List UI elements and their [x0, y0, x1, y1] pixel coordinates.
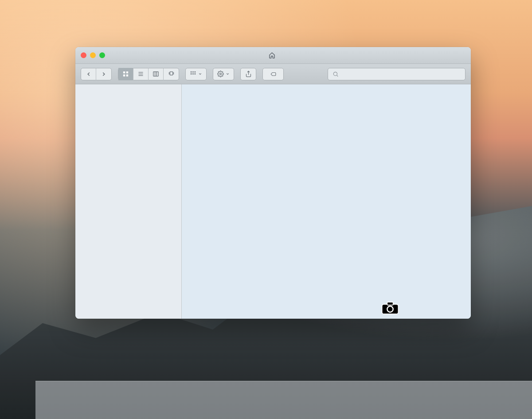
arrange-icon: [190, 71, 196, 77]
svg-point-19: [220, 73, 222, 75]
window-body: [75, 84, 471, 319]
svg-line-22: [337, 75, 338, 76]
icon-view-button[interactable]: [118, 68, 133, 80]
coverflow-view-button[interactable]: [164, 68, 179, 80]
search-field[interactable]: [328, 68, 466, 80]
svg-rect-2: [123, 75, 125, 76]
toolbar: [75, 64, 471, 84]
nav-buttons: [81, 68, 112, 80]
favorites-header: [75, 89, 181, 93]
list-view-button[interactable]: [133, 68, 149, 80]
chevron-down-icon: [198, 72, 202, 76]
forward-button[interactable]: [96, 68, 111, 80]
svg-rect-10: [170, 72, 172, 75]
gear-icon: [217, 71, 224, 77]
svg-rect-17: [192, 73, 194, 75]
column-view-button[interactable]: [149, 68, 164, 80]
dock: [35, 381, 532, 419]
desktop-wallpaper: [0, 0, 532, 419]
arrange-menu[interactable]: [185, 68, 207, 80]
columns-icon: [153, 71, 159, 77]
svg-rect-1: [126, 71, 128, 73]
tags-button[interactable]: [262, 68, 284, 80]
minimize-button[interactable]: [90, 52, 96, 58]
action-menu[interactable]: [213, 68, 234, 80]
svg-rect-24: [387, 302, 393, 305]
grid-icon: [122, 71, 129, 77]
svg-rect-15: [195, 71, 196, 73]
svg-point-21: [333, 72, 337, 75]
home-icon: [269, 52, 275, 59]
titlebar[interactable]: [75, 47, 471, 64]
share-button[interactable]: [240, 68, 256, 80]
tag-icon: [269, 71, 277, 77]
svg-rect-7: [153, 72, 158, 76]
search-icon: [332, 71, 339, 77]
list-icon: [137, 71, 144, 77]
view-mode-segment: [118, 68, 179, 80]
chevron-down-icon: [226, 72, 230, 76]
chevron-left-icon: [86, 71, 92, 77]
sidebar: [75, 84, 182, 319]
finder-window: [75, 47, 471, 319]
content-area[interactable]: [182, 84, 471, 319]
zoom-button[interactable]: [99, 52, 105, 58]
window-controls: [81, 52, 105, 58]
screenshot-camera-cursor: [381, 301, 399, 315]
back-button[interactable]: [81, 68, 96, 80]
tags-header: [75, 97, 181, 101]
svg-rect-16: [191, 73, 192, 75]
svg-rect-0: [123, 71, 125, 73]
share-icon: [245, 71, 252, 77]
chevron-right-icon: [101, 71, 107, 77]
svg-rect-13: [191, 71, 192, 73]
svg-rect-14: [192, 71, 194, 73]
window-title: [269, 52, 278, 59]
svg-rect-18: [195, 73, 196, 75]
svg-rect-3: [126, 75, 128, 76]
close-button[interactable]: [81, 52, 86, 58]
coverflow-icon: [168, 71, 175, 77]
